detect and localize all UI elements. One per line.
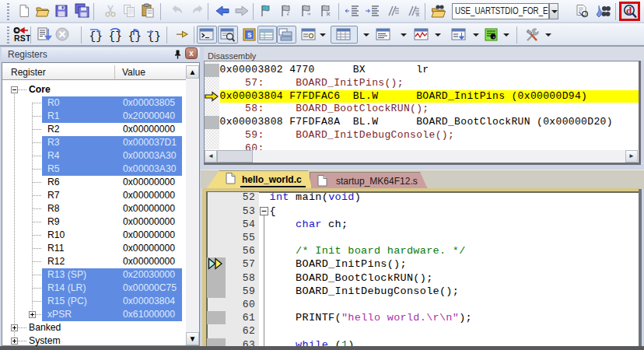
svg-text:{}: {} bbox=[89, 30, 103, 43]
svg-text:s: s bbox=[247, 30, 252, 39]
svg-text:{}: {} bbox=[128, 30, 142, 43]
svg-text:RST: RST bbox=[14, 33, 31, 43]
